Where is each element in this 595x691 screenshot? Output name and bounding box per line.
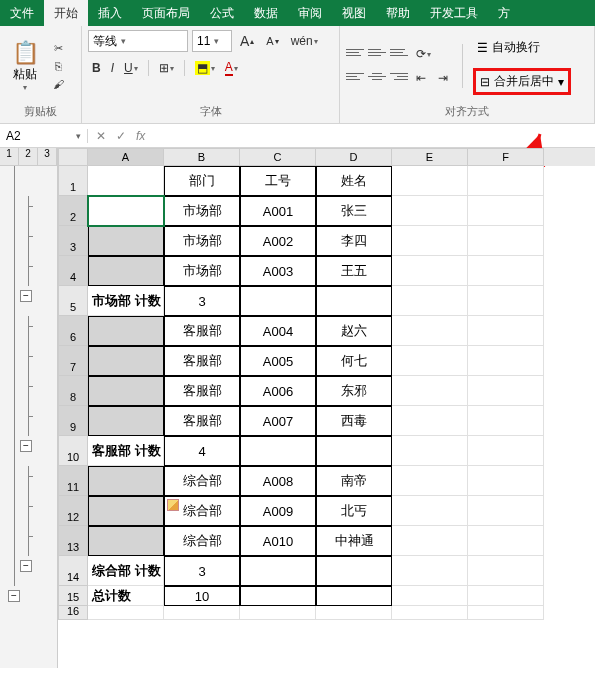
cell-D1[interactable]: 姓名 [316,166,392,196]
cell-E9[interactable] [392,406,468,436]
cell-C12[interactable]: A009 [240,496,316,526]
cell-C13[interactable]: A010 [240,526,316,556]
cell-F7[interactable] [468,346,544,376]
row-header-9[interactable]: 9 [58,406,88,436]
cell-A10[interactable]: 客服部 计数 [88,436,164,466]
cell-F4[interactable] [468,256,544,286]
cell-B14[interactable]: 3 [164,556,240,586]
cell-B6[interactable]: 客服部 [164,316,240,346]
merge-center-button[interactable]: ⊟ 合并后居中 ▾ [480,73,564,90]
cell-A13[interactable] [88,526,164,556]
cell-B7[interactable]: 客服部 [164,346,240,376]
cell-E10[interactable] [392,436,468,466]
cell-C5[interactable] [240,286,316,316]
cell-C15[interactable] [240,586,316,606]
cell-F10[interactable] [468,436,544,466]
cell-D5[interactable] [316,286,392,316]
cell-E14[interactable] [392,556,468,586]
cut-button[interactable]: ✂ [48,40,68,56]
row-header-5[interactable]: 5 [58,286,88,316]
col-header-B[interactable]: B [164,148,240,166]
row-header-8[interactable]: 8 [58,376,88,406]
cell-F5[interactable] [468,286,544,316]
cell-D12[interactable]: 北丐 [316,496,392,526]
cell-C1[interactable]: 工号 [240,166,316,196]
cancel-formula-button[interactable]: ✕ [96,129,106,143]
cell-E5[interactable] [392,286,468,316]
cell-D10[interactable] [316,436,392,466]
cell-D13[interactable]: 中神通 [316,526,392,556]
cell-A9[interactable] [88,406,164,436]
cell-A2[interactable] [88,196,164,226]
cell-B15[interactable]: 10 [164,586,240,606]
cell-F9[interactable] [468,406,544,436]
cell-B2[interactable]: 市场部 [164,196,240,226]
cell-D8[interactable]: 东邪 [316,376,392,406]
cell-F2[interactable] [468,196,544,226]
cell-B8[interactable]: 客服部 [164,376,240,406]
outline-collapse-button[interactable]: − [20,290,32,302]
cell-F16[interactable] [468,606,544,620]
row-header-4[interactable]: 4 [58,256,88,286]
decrease-indent-button[interactable]: ⇤ [412,69,430,87]
tab-帮助[interactable]: 帮助 [376,0,420,26]
col-header-C[interactable]: C [240,148,316,166]
cell-C10[interactable] [240,436,316,466]
align-top-button[interactable] [346,45,364,59]
row-header-7[interactable]: 7 [58,346,88,376]
cell-D15[interactable] [316,586,392,606]
cell-C2[interactable]: A001 [240,196,316,226]
fx-button[interactable]: fx [136,129,145,143]
outline-level-1[interactable]: 1 [0,148,19,165]
tab-审阅[interactable]: 审阅 [288,0,332,26]
name-box[interactable]: A2▾ [0,129,88,143]
cell-B9[interactable]: 客服部 [164,406,240,436]
row-header-13[interactable]: 13 [58,526,88,556]
cell-A1[interactable] [88,166,164,196]
cell-F3[interactable] [468,226,544,256]
cell-B3[interactable]: 市场部 [164,226,240,256]
cell-A16[interactable] [88,606,164,620]
cell-B16[interactable] [164,606,240,620]
cell-A12[interactable] [88,496,164,526]
cell-E3[interactable] [392,226,468,256]
accept-formula-button[interactable]: ✓ [116,129,126,143]
bold-button[interactable]: B [88,59,105,77]
cell-F14[interactable] [468,556,544,586]
row-header-10[interactable]: 10 [58,436,88,466]
tab-数据[interactable]: 数据 [244,0,288,26]
cell-B11[interactable]: 综合部 [164,466,240,496]
smart-tag-icon[interactable] [167,499,179,511]
cell-F15[interactable] [468,586,544,606]
row-header-14[interactable]: 14 [58,556,88,586]
cell-E2[interactable] [392,196,468,226]
cell-B10[interactable]: 4 [164,436,240,466]
cell-C7[interactable]: A005 [240,346,316,376]
format-painter-button[interactable]: 🖌 [48,76,68,92]
cell-B4[interactable]: 市场部 [164,256,240,286]
cell-E15[interactable] [392,586,468,606]
row-header-3[interactable]: 3 [58,226,88,256]
align-center-button[interactable] [368,69,386,83]
tab-文件[interactable]: 文件 [0,0,44,26]
cell-B1[interactable]: 部门 [164,166,240,196]
align-right-button[interactable] [390,69,408,83]
outline-level-2[interactable]: 2 [19,148,38,165]
cell-C14[interactable] [240,556,316,586]
cell-F12[interactable] [468,496,544,526]
cell-A5[interactable]: 市场部 计数 [88,286,164,316]
cell-E6[interactable] [392,316,468,346]
cell-C11[interactable]: A008 [240,466,316,496]
row-header-16[interactable]: 16 [58,606,88,620]
orientation-button[interactable]: ⟳▾ [412,45,435,63]
cell-B12[interactable]: 综合部 [164,496,240,526]
cell-A4[interactable] [88,256,164,286]
cell-A15[interactable]: 总计数 [88,586,164,606]
cell-A6[interactable] [88,316,164,346]
tab-方[interactable]: 方 [488,0,520,26]
align-bottom-button[interactable] [390,45,408,59]
cell-E8[interactable] [392,376,468,406]
font-size-select[interactable]: 11▾ [192,30,232,52]
phonetic-button[interactable]: wén▾ [287,32,322,50]
fill-color-button[interactable]: ⬒▾ [191,59,219,77]
